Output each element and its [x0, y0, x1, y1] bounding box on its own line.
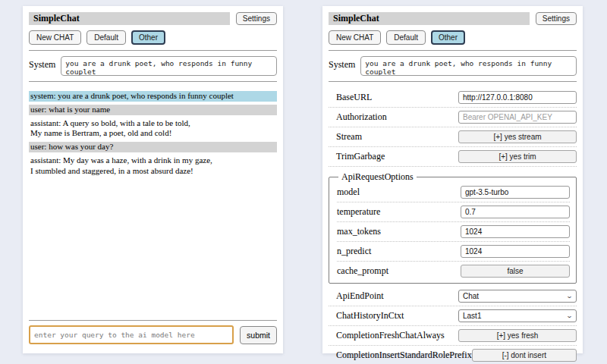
trimgarbage-toggle-button[interactable]: [+] yes trim: [458, 150, 577, 163]
session-toolbar: New CHAT Default Other: [329, 30, 577, 45]
fieldset-legend: ApiRequestOptions: [338, 171, 417, 183]
system-label: System: [329, 56, 355, 76]
setting-label: BaseURL: [336, 92, 372, 103]
system-prompt-row: System you are a drunk poet, who respond…: [29, 56, 277, 76]
temperature-input[interactable]: [461, 206, 570, 218]
system-prompt-row: System you are a drunk poet, who respond…: [329, 56, 577, 76]
setting-row-authorization: Authorization: [329, 108, 577, 127]
setting-row-stream: Stream [+] yes stream: [329, 127, 577, 147]
session-tab-default[interactable]: Default: [386, 30, 426, 45]
query-input[interactable]: [29, 325, 234, 344]
setting-row-baseurl: BaseURL: [329, 88, 577, 108]
setting-row-n-predict: n_predict: [337, 242, 570, 262]
chathistoryinctxt-select[interactable]: Last1 ⌄: [458, 309, 577, 322]
cache-prompt-toggle-button[interactable]: false: [461, 265, 570, 278]
chevron-down-icon: ⌄: [566, 313, 573, 319]
apiendpoint-select[interactable]: Chat ⌄: [458, 290, 577, 303]
session-tab-default[interactable]: Default: [86, 30, 126, 45]
chat-message-system: system: you are a drunk poet, who respon…: [29, 91, 277, 102]
setting-label: TrimGarbage: [336, 151, 385, 162]
settings-form: BaseURL Authorization Stream [+] yes str…: [329, 88, 577, 364]
setting-label: ApiEndPoint: [336, 290, 384, 302]
chevron-down-icon: ⌄: [566, 293, 573, 300]
completion-insert-toggle-button[interactable]: [-] dont insert: [472, 349, 577, 362]
app-title: SimpleChat: [29, 12, 230, 25]
divider: [29, 320, 277, 321]
session-tab-other[interactable]: Other: [431, 30, 465, 45]
chat-header: SimpleChat Settings: [29, 12, 277, 25]
settings-header: SimpleChat Settings: [329, 12, 577, 25]
setting-row-completioninsertstandardroleprefix: CompletionInsertStandardRolePrefix [-] d…: [329, 346, 577, 364]
completion-fresh-toggle-button[interactable]: [+] yes fresh: [458, 329, 577, 342]
setting-label: CompletionInsertStandardRolePrefix: [336, 350, 472, 361]
divider: [29, 81, 277, 82]
setting-label: cache_prompt: [337, 265, 388, 277]
chat-panel: SimpleChat Settings New CHAT Default Oth…: [23, 6, 283, 353]
setting-row-max-tokens: max_tokens: [337, 222, 570, 242]
selected-option: Chat: [463, 292, 479, 300]
selected-option: Last1: [463, 312, 481, 320]
setting-row-apiendpoint: ApiEndPoint Chat ⌄: [329, 287, 577, 306]
stream-toggle-button[interactable]: [+] yes stream: [458, 130, 577, 143]
setting-row-chathistoryinctxt: ChatHistoryInCtxt Last1 ⌄: [329, 306, 577, 326]
chat-message-user: user: how was your day?: [29, 142, 277, 152]
baseurl-input[interactable]: [458, 91, 577, 104]
setting-row-model: model: [337, 183, 570, 202]
session-toolbar: New CHAT Default Other: [29, 30, 277, 45]
chat-message-user: user: what is your name: [29, 105, 277, 115]
app-title: SimpleChat: [329, 12, 530, 25]
model-input[interactable]: [461, 186, 570, 199]
submit-button[interactable]: submit: [240, 326, 277, 344]
chat-log: system: you are a drunk poet, who respon…: [29, 88, 277, 315]
setting-label: n_predict: [337, 246, 371, 257]
setting-row-trimgarbage: TrimGarbage [+] yes trim: [329, 147, 577, 167]
divider: [29, 50, 277, 51]
setting-label: model: [337, 187, 360, 198]
max-tokens-input[interactable]: [461, 225, 570, 238]
session-tab-other[interactable]: Other: [131, 30, 165, 45]
authorization-input[interactable]: [458, 111, 577, 124]
divider: [329, 81, 577, 82]
chat-footer: submit: [29, 315, 277, 347]
api-request-options-fieldset: ApiRequestOptions model temperature max_…: [329, 171, 577, 284]
system-label: System: [29, 56, 55, 76]
new-chat-button[interactable]: New CHAT: [329, 30, 381, 45]
settings-button[interactable]: Settings: [536, 12, 577, 25]
chat-message-assistant: assistant: My day was a haze, with a dri…: [29, 155, 277, 177]
setting-label: max_tokens: [337, 226, 381, 237]
settings-panel: SimpleChat Settings New CHAT Default Oth…: [322, 6, 583, 353]
settings-button[interactable]: Settings: [236, 12, 277, 25]
system-prompt-input[interactable]: you are a drunk poet, who responds in fu…: [61, 56, 277, 76]
system-prompt-input[interactable]: you are a drunk poet, who responds in fu…: [360, 56, 577, 76]
divider: [329, 50, 577, 51]
setting-label: CompletionFreshChatAlways: [336, 330, 445, 341]
setting-row-cache-prompt: cache_prompt false: [337, 262, 570, 281]
setting-label: temperature: [337, 206, 380, 218]
n-predict-input[interactable]: [461, 245, 570, 258]
chat-message-assistant: assistant: A query so bold, with a tale …: [29, 118, 277, 140]
new-chat-button[interactable]: New CHAT: [29, 30, 81, 45]
setting-label: Authorization: [336, 111, 387, 123]
setting-label: Stream: [336, 131, 362, 143]
page: SimpleChat Settings New CHAT Default Oth…: [0, 0, 607, 364]
query-row: submit: [29, 325, 277, 344]
setting-row-temperature: temperature: [337, 202, 570, 222]
setting-label: ChatHistoryInCtxt: [336, 310, 404, 322]
setting-row-completionfreshchatalways: CompletionFreshChatAlways [+] yes fresh: [329, 326, 577, 346]
